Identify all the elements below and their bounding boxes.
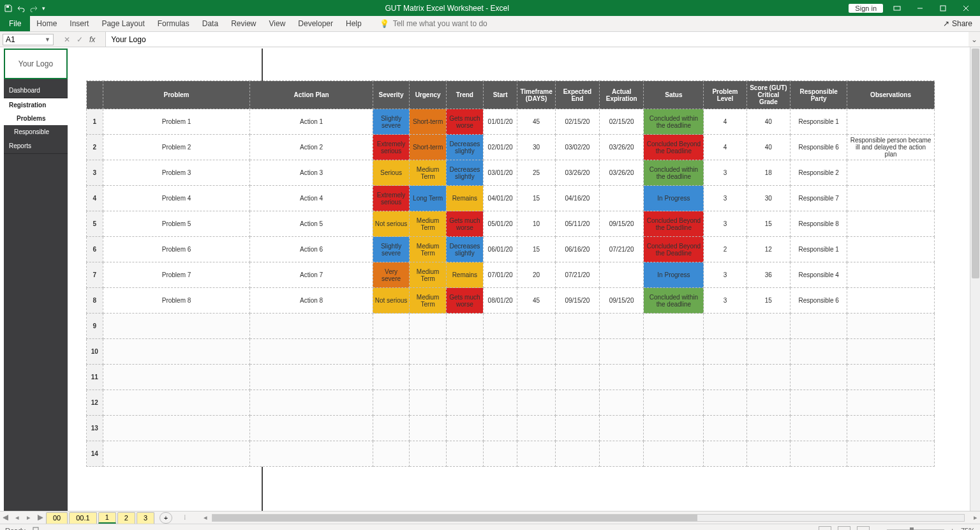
cell[interactable] [600, 390, 644, 416]
cell[interactable]: 40 [746, 135, 791, 160]
cell[interactable]: Decreases slightly [446, 237, 483, 262]
cell[interactable]: 03/26/20 [600, 160, 644, 186]
cell[interactable]: Action 5 [250, 211, 373, 237]
sheet-tab-2[interactable]: 2 [117, 512, 135, 524]
macro-record-icon[interactable] [32, 526, 40, 531]
enter-formula-icon[interactable]: ✓ [77, 35, 83, 44]
cell[interactable] [517, 339, 555, 365]
cell[interactable] [746, 339, 791, 365]
cell[interactable]: Concluded within the deadline [644, 160, 704, 186]
cell[interactable] [483, 441, 517, 467]
cell[interactable]: Action 6 [250, 237, 373, 262]
cell[interactable]: 15 [746, 211, 791, 237]
cell[interactable] [600, 314, 644, 339]
cell[interactable]: Concluded Beyond the Deadline [644, 211, 704, 237]
cell[interactable] [250, 365, 373, 390]
table-row[interactable]: 2Problem 2Action 2Extremely seriousShort… [87, 135, 935, 160]
maximize-icon[interactable] [934, 1, 952, 15]
cell[interactable]: 03/01/20 [483, 160, 517, 186]
cell[interactable]: Action 4 [250, 186, 373, 211]
cell[interactable]: 30 [746, 186, 791, 211]
tab-insert[interactable]: Insert [63, 16, 95, 31]
sheet-tab-00-1[interactable]: 00.1 [69, 512, 96, 524]
cell[interactable] [373, 441, 410, 467]
table-row-empty[interactable]: 14 [87, 441, 935, 467]
cell[interactable] [517, 314, 555, 339]
cell[interactable]: Short-term [410, 109, 447, 135]
table-row-empty[interactable]: 12 [87, 390, 935, 416]
cell[interactable]: Action 3 [250, 160, 373, 186]
cell[interactable]: 07/21/20 [600, 237, 644, 262]
cell[interactable]: Medium Term [410, 262, 447, 288]
cell[interactable]: Decreases slightly [446, 160, 483, 186]
signin-button[interactable]: Sign in [849, 4, 883, 13]
cell[interactable]: 13 [87, 416, 103, 441]
cell[interactable] [791, 441, 847, 467]
cell[interactable] [600, 365, 644, 390]
cell[interactable]: Problem 3 [103, 160, 250, 186]
cell[interactable] [446, 314, 483, 339]
cell[interactable] [446, 416, 483, 441]
cell[interactable]: 06/16/20 [555, 237, 599, 262]
logo-cell[interactable]: Your Logo [4, 49, 68, 79]
cell[interactable]: 03/02/20 [555, 135, 599, 160]
cancel-formula-icon[interactable]: ✕ [64, 35, 70, 44]
cell[interactable] [103, 441, 250, 467]
cell[interactable]: Problem 5 [103, 211, 250, 237]
view-normal-button[interactable] [819, 526, 831, 531]
tab-nav-last-icon[interactable]: ⯈ [34, 514, 46, 522]
cell[interactable] [847, 339, 935, 365]
cell[interactable]: 3 [704, 211, 746, 237]
table-row-empty[interactable]: 11 [87, 365, 935, 390]
cell[interactable]: 8 [87, 288, 103, 314]
cell[interactable] [483, 314, 517, 339]
cell[interactable] [517, 390, 555, 416]
tab-review[interactable]: Review [225, 16, 262, 31]
cell[interactable] [555, 416, 599, 441]
cell[interactable]: Remains [446, 186, 483, 211]
cell[interactable] [600, 186, 644, 211]
sidebar-item-problems[interactable]: Problems [4, 112, 68, 125]
cell[interactable]: 3 [704, 160, 746, 186]
name-box[interactable]: A1▼ [3, 34, 54, 45]
sidebar-item-reports[interactable]: Reports [4, 139, 68, 154]
redo-icon[interactable] [29, 4, 38, 13]
cell[interactable]: 01/01/20 [483, 109, 517, 135]
cell[interactable]: 5 [87, 211, 103, 237]
cell[interactable] [847, 365, 935, 390]
cell[interactable] [847, 288, 935, 314]
cell[interactable]: 9 [87, 314, 103, 339]
tab-nav-first-icon[interactable]: ⯇ [0, 514, 11, 522]
cell[interactable]: 03/26/20 [600, 135, 644, 160]
cell[interactable]: 45 [517, 288, 555, 314]
cell[interactable]: 3 [704, 288, 746, 314]
cell[interactable]: 11 [87, 365, 103, 390]
cell[interactable] [644, 441, 704, 467]
cell[interactable]: Responsible 4 [791, 262, 847, 288]
cell[interactable]: 10 [517, 211, 555, 237]
fx-icon[interactable]: fx [89, 35, 99, 44]
cell[interactable]: 15 [517, 186, 555, 211]
cell[interactable] [483, 416, 517, 441]
tab-split-icon[interactable]: ⁞ [184, 513, 186, 522]
cell[interactable]: Action 8 [250, 288, 373, 314]
cell[interactable] [847, 314, 935, 339]
cell[interactable]: Responsible 1 [791, 237, 847, 262]
cell[interactable]: Action 2 [250, 135, 373, 160]
cell[interactable]: 7 [87, 262, 103, 288]
cell[interactable]: 12 [746, 237, 791, 262]
chevron-down-icon[interactable]: ▼ [45, 36, 50, 43]
cell[interactable]: Not serious [373, 288, 410, 314]
cell[interactable]: Concluded within the deadline [644, 288, 704, 314]
cell[interactable] [555, 441, 599, 467]
cell[interactable]: 09/15/20 [600, 211, 644, 237]
cell[interactable]: 36 [746, 262, 791, 288]
view-page-layout-button[interactable] [838, 526, 850, 531]
cell[interactable]: Long Term [410, 186, 447, 211]
cell[interactable] [103, 416, 250, 441]
cell[interactable]: In Progress [644, 262, 704, 288]
cell[interactable]: Medium Term [410, 211, 447, 237]
cell[interactable] [600, 262, 644, 288]
cell[interactable]: Action 1 [250, 109, 373, 135]
cell[interactable] [517, 441, 555, 467]
